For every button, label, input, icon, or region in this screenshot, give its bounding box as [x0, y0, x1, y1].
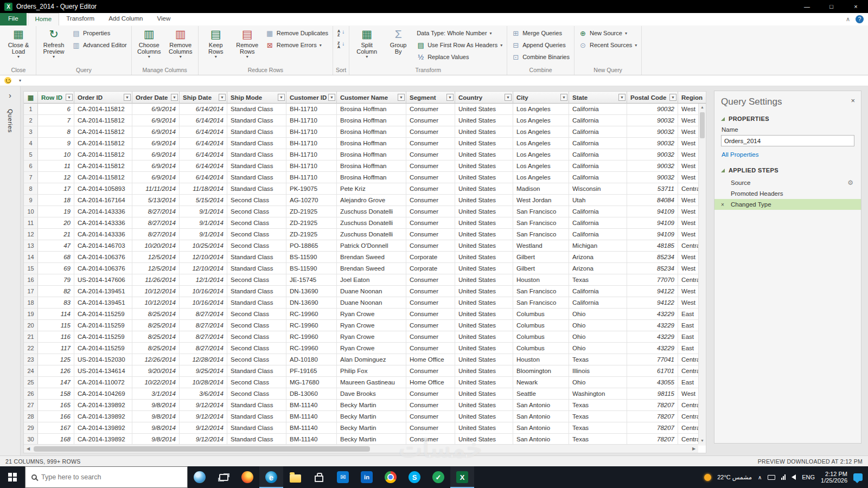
task-view-icon[interactable] — [212, 466, 235, 488]
cell[interactable]: Consumer — [406, 217, 455, 229]
cell[interactable]: United States — [455, 411, 513, 422]
cell[interactable]: 78207 — [627, 434, 678, 445]
remove-rows-button[interactable]: ▤Remove Rows▾ — [232, 26, 263, 59]
weather-sun-icon[interactable] — [704, 474, 711, 481]
cell[interactable]: Zuschuss Donatelli — [337, 206, 406, 217]
cell[interactable]: Becky Martin — [337, 434, 406, 445]
cell[interactable]: Consumer — [406, 240, 455, 252]
cell[interactable]: BM-11140 — [286, 422, 337, 434]
cell[interactable]: Brosina Hoffman — [337, 115, 406, 126]
cell[interactable]: 11/26/2014 — [132, 274, 180, 286]
cell[interactable]: 84084 — [627, 195, 678, 206]
cell[interactable]: CA-2014-106376 — [74, 252, 132, 263]
cell[interactable]: Los Angeles — [513, 104, 569, 115]
use-first-row-as-headers-button[interactable]: ▤Use First Row As Headers▾ — [414, 39, 505, 51]
cell[interactable]: 3/1/2014 — [132, 388, 180, 400]
cell[interactable]: Second Class — [227, 195, 286, 206]
cell[interactable]: California — [569, 115, 627, 126]
cell[interactable]: 6 — [38, 104, 74, 115]
cell[interactable]: Standard Class — [227, 138, 286, 149]
column-header-customer-id[interactable]: Customer ID▼ — [286, 92, 337, 104]
cell[interactable]: CA-2014-146703 — [74, 240, 132, 252]
remove-columns-button[interactable]: ▥Remove Columns▾ — [165, 26, 196, 59]
interests-icon[interactable] — [188, 466, 212, 488]
cell[interactable]: United States — [455, 149, 513, 160]
filter-button[interactable]: ▼ — [124, 94, 131, 101]
row-number[interactable]: 30 — [24, 434, 38, 445]
cell[interactable]: 9/12/2014 — [180, 434, 227, 445]
cell[interactable]: 9/25/2014 — [180, 365, 227, 377]
cell[interactable]: 6/14/2014 — [180, 149, 227, 160]
cell[interactable]: Standard Class — [227, 434, 286, 445]
cell[interactable]: 10/28/2014 — [180, 377, 227, 388]
cell[interactable]: United States — [455, 240, 513, 252]
row-number[interactable]: 18 — [24, 297, 38, 309]
properties-section-header[interactable]: PROPERTIES — [714, 112, 861, 125]
cell[interactable]: Los Angeles — [513, 172, 569, 183]
cell[interactable]: United States — [455, 388, 513, 400]
replace-values-button[interactable]: ½Replace Values — [414, 51, 505, 63]
cell[interactable]: 94122 — [627, 297, 678, 309]
column-header-ship-mode[interactable]: Ship Mode▼ — [227, 92, 286, 104]
cell[interactable]: 8 — [38, 126, 74, 138]
cell[interactable]: JE-15745 — [286, 274, 337, 286]
cell[interactable]: Consumer — [406, 388, 455, 400]
cell[interactable]: CA-2014-110072 — [74, 377, 132, 388]
cell[interactable]: 90032 — [627, 104, 678, 115]
cell[interactable]: 79 — [38, 274, 74, 286]
cell[interactable]: 115 — [38, 320, 74, 331]
cell[interactable]: Consumer — [406, 400, 455, 411]
row-number[interactable]: 4 — [24, 138, 38, 149]
row-number[interactable]: 21 — [24, 331, 38, 343]
cell[interactable]: BM-11140 — [286, 434, 337, 445]
cell[interactable]: San Antonio — [513, 411, 569, 422]
cell[interactable]: AD-10180 — [286, 354, 337, 365]
cell[interactable]: Consumer — [406, 422, 455, 434]
cell[interactable]: ZD-21925 — [286, 229, 337, 240]
cell[interactable]: Columbus — [513, 309, 569, 320]
sort-desc-button[interactable]: ZA↓ — [335, 39, 347, 51]
cell[interactable]: San Antonio — [513, 400, 569, 411]
cell[interactable]: Ryan Crowe — [337, 331, 406, 343]
cell[interactable]: 43055 — [627, 377, 678, 388]
cell[interactable]: 9/1/2014 — [180, 206, 227, 217]
cell[interactable]: BM-11140 — [286, 400, 337, 411]
cell[interactable]: Brosina Hoffman — [337, 126, 406, 138]
cell[interactable]: 6/14/2014 — [180, 126, 227, 138]
cell[interactable]: Ohio — [569, 320, 627, 331]
applied-step-changed-type[interactable]: ×Changed Type — [714, 199, 861, 210]
cell[interactable]: Consumer — [406, 138, 455, 149]
cell[interactable]: 166 — [38, 411, 74, 422]
cell[interactable]: 10/22/2014 — [132, 377, 180, 388]
cell[interactable]: Dave Brooks — [337, 388, 406, 400]
cell[interactable]: 90032 — [627, 160, 678, 172]
cell[interactable]: BH-11710 — [286, 149, 337, 160]
cell[interactable]: United States — [455, 115, 513, 126]
scroll-right-icon[interactable]: ▶ — [690, 446, 698, 451]
volume-icon[interactable] — [792, 474, 796, 480]
cell[interactable]: Second Class — [227, 240, 286, 252]
cell[interactable]: 126 — [38, 365, 74, 377]
cell[interactable]: United States — [455, 354, 513, 365]
cell[interactable]: California — [569, 297, 627, 309]
cell[interactable]: CA-2014-139451 — [74, 297, 132, 309]
cell[interactable]: Texas — [569, 411, 627, 422]
row-number[interactable]: 29 — [24, 422, 38, 434]
close-load-button[interactable]: ▦Close & Load▾ — [3, 26, 34, 59]
remove-duplicates-button[interactable]: ▦Remove Duplicates — [263, 27, 331, 39]
cell[interactable]: CA-2014-139451 — [74, 286, 132, 297]
cell[interactable]: Houston — [513, 274, 569, 286]
cell[interactable]: California — [569, 126, 627, 138]
cell[interactable]: Consumer — [406, 286, 455, 297]
edge-icon[interactable]: e — [259, 466, 283, 488]
cell[interactable]: Standard Class — [227, 422, 286, 434]
start-button[interactable] — [0, 466, 25, 488]
firefox-icon[interactable] — [235, 466, 259, 488]
row-number[interactable]: 16 — [24, 274, 38, 286]
cell[interactable]: CA-2014-115259 — [74, 331, 132, 343]
cell[interactable]: 43229 — [627, 343, 678, 354]
cell[interactable]: 10/12/2014 — [132, 286, 180, 297]
cell[interactable]: 69 — [38, 263, 74, 274]
cell[interactable]: 78207 — [627, 422, 678, 434]
minimize-button[interactable]: — — [795, 0, 819, 13]
